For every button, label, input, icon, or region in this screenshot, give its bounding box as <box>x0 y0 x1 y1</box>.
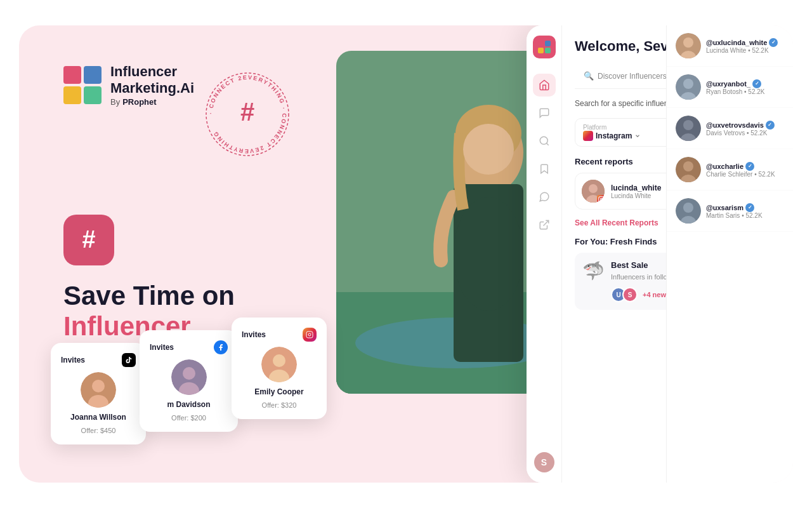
platform-select-inner: Platform Instagram <box>583 124 641 141</box>
result-info-0: @uxlucinda_white ✓ Lucinda White • 52.2K <box>706 38 784 54</box>
tiktok-icon <box>122 353 136 367</box>
hash-bubble: # <box>63 215 114 265</box>
svg-point-45 <box>683 203 693 213</box>
search-result-2[interactable]: @uxvetrovsdavis ✓ Davis Vetrovs • 52.2K <box>667 108 793 149</box>
svg-rect-30 <box>599 197 604 202</box>
sidebar-icon-bookmark[interactable] <box>533 157 556 180</box>
verified-icon-2: ✓ <box>766 121 775 130</box>
invite-card-3-offer: Offer: $320 <box>262 401 297 409</box>
svg-point-42 <box>683 161 693 171</box>
invite-card-1-name: Joanna Willson <box>70 413 126 422</box>
circle-badge-svg: · CONNECT 2EVERYTHING · CONNECT 2EVERYTH… <box>197 64 298 165</box>
svg-line-24 <box>543 220 548 225</box>
search-result-1[interactable]: @uxryanbot_ ✓ Ryan Botosh • 52.2K <box>667 67 793 108</box>
brand-name: Influencer Marketing.Ai <box>110 64 194 97</box>
result-info-4: @uxsarism ✓ Martin Saris • 52.2K <box>706 203 784 219</box>
svg-point-6 <box>183 367 195 380</box>
verified-icon-0: ✓ <box>769 38 778 47</box>
result-name-4: Martin Saris • 52.2K <box>706 212 784 219</box>
invite-card-1-avatar <box>81 372 116 408</box>
result-avatar-1 <box>676 74 701 100</box>
result-handle-2: @uxvetrovsdavis ✓ <box>706 121 784 130</box>
svg-point-31 <box>600 198 602 200</box>
see-all-reports-link[interactable]: See All Recent Reports <box>575 218 658 227</box>
result-avatar-4 <box>676 198 701 224</box>
invite-card-1: Invites Joann <box>51 343 146 444</box>
sidebar-icon-chat[interactable] <box>533 102 556 124</box>
discover-icon: 🔍 <box>584 71 594 81</box>
sidebar-user-avatar[interactable]: S <box>534 452 554 472</box>
result-avatar-2 <box>676 116 701 141</box>
sidebar-icon-bubble[interactable] <box>533 185 556 208</box>
hash-bubble-symbol: # <box>82 226 95 253</box>
app-ui-overlay: S Welcome, Sevgi! 🔍 Discover Influencers… <box>527 25 793 483</box>
svg-point-28 <box>589 184 598 193</box>
svg-point-19 <box>454 197 523 311</box>
result-avatar-0 <box>676 33 701 58</box>
search-results-panel: @uxlucinda_white ✓ Lucinda White • 52.2K <box>666 25 793 483</box>
svg-point-33 <box>683 37 693 48</box>
logo-block-g <box>545 48 551 53</box>
brand-hash-grid <box>63 66 102 104</box>
circle-badge-container: · CONNECT 2EVERYTHING · CONNECT 2EVERYTH… <box>197 64 298 165</box>
svg-point-22 <box>540 137 547 144</box>
sidebar-icon-share[interactable] <box>533 213 556 236</box>
verified-icon-4: ✓ <box>745 203 754 212</box>
svg-point-21 <box>463 124 514 175</box>
outer-wrapper: Influencer Marketing.Ai By PRophet <box>0 0 812 508</box>
mini-avatar-2: S <box>622 287 638 302</box>
report-avatar <box>582 180 605 203</box>
invite-card-3: Invites <box>232 318 327 419</box>
tab-discover[interactable]: 🔍 Discover Influencers <box>575 65 676 88</box>
shooting-star-icon: 🦈 <box>582 260 605 281</box>
invite-card-3-avatar <box>261 347 297 382</box>
result-handle-0: @uxlucinda_white ✓ <box>706 38 784 47</box>
invite-card-1-title: Invites <box>61 356 85 364</box>
invite-card-3-header: Invites <box>242 328 317 342</box>
grid-block-3 <box>63 86 81 104</box>
search-result-4[interactable]: @uxsarism ✓ Martin Saris • 52.2K <box>667 190 793 232</box>
sidebar-icon-home[interactable] <box>533 74 556 97</box>
result-info-2: @uxvetrovsdavis ✓ Davis Vetrovs • 52.2K <box>706 121 784 137</box>
invite-card-3-title: Invites <box>242 330 266 339</box>
invite-card-2-offer: Offer: $200 <box>171 414 206 422</box>
sidebar-logo <box>533 36 556 58</box>
verified-icon-1: ✓ <box>752 79 761 88</box>
platform-select[interactable]: Platform Instagram <box>575 118 674 147</box>
instagram-icon <box>303 328 317 342</box>
sidebar-logo-grid <box>538 41 551 53</box>
result-name-1: Ryan Botosh • 52.2K <box>706 88 784 95</box>
invite-card-2-header: Invites <box>150 340 228 354</box>
invite-card-2-avatar <box>171 359 207 395</box>
result-avatar-3 <box>676 157 701 182</box>
search-result-3[interactable]: @uxcharlie ✓ Charlie Schleifer • 52.2K <box>667 149 793 190</box>
result-name-3: Charlie Schleifer • 52.2K <box>706 171 784 178</box>
svg-point-36 <box>683 79 693 89</box>
svg-line-23 <box>546 143 548 145</box>
search-result-0[interactable]: @uxlucinda_white ✓ Lucinda White • 52.2K <box>667 25 793 67</box>
sidebar-icon-search[interactable] <box>533 130 556 152</box>
result-name-2: Davis Vetrovs • 52.2K <box>706 130 784 137</box>
invite-card-3-name: Emily Cooper <box>254 387 303 396</box>
chevron-down-icon <box>634 133 641 139</box>
invite-cards-area: Invites Joann <box>51 318 327 444</box>
result-name-0: Lucinda White • 52.2K <box>706 47 784 54</box>
brand-sub: By PRophet <box>110 97 194 107</box>
svg-point-39 <box>683 120 693 130</box>
instagram-platform-icon <box>583 131 593 141</box>
grid-block-1 <box>63 66 81 84</box>
left-section: Influencer Marketing.Ai By PRophet <box>19 25 336 483</box>
headline-line1: Save Time on <box>63 281 304 311</box>
invite-card-1-header: Invites <box>61 353 136 367</box>
svg-rect-8 <box>306 331 313 338</box>
verified-icon-3: ✓ <box>745 162 754 171</box>
result-handle-1: @uxryanbot_ ✓ <box>706 79 784 88</box>
grid-block-4 <box>84 86 102 104</box>
right-section: S Welcome, Sevgi! 🔍 Discover Influencers… <box>336 25 793 483</box>
invite-card-2: Invites m Dav <box>140 330 238 432</box>
svg-point-12 <box>273 354 285 367</box>
circle-badge-hash: # <box>240 98 254 126</box>
svg-point-10 <box>311 333 311 333</box>
facebook-icon <box>214 340 228 354</box>
logo-block-b <box>545 41 551 46</box>
